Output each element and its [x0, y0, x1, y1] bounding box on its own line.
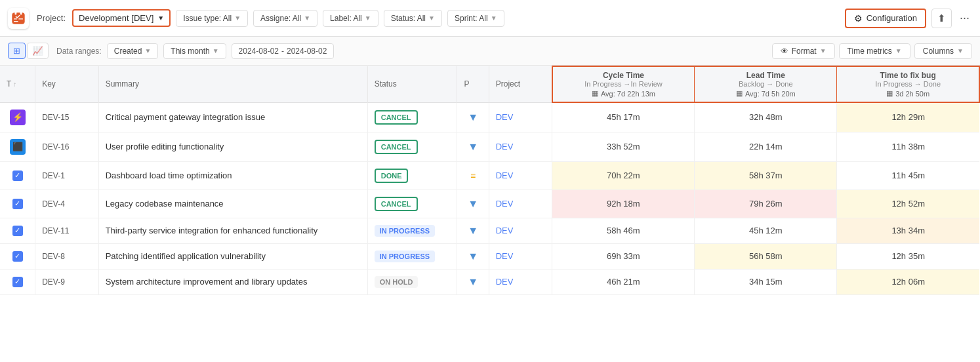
lead-time-cell: 32h 48m	[695, 102, 837, 132]
project-selector[interactable]: Development [DEV] ▼	[72, 9, 171, 27]
fix-time-cell: 13h 34m	[837, 218, 979, 243]
view-toggle: ⊞ 📈	[8, 43, 49, 59]
filter-assignee[interactable]: Assigne: All ▼	[253, 10, 317, 27]
fix-time-cell: 11h 38m	[837, 132, 979, 161]
time-metrics-button[interactable]: Time metrics ▼	[839, 43, 910, 59]
created-dropdown[interactable]: Created ▼	[107, 43, 159, 59]
project-link[interactable]: DEV	[496, 171, 514, 180]
status-badge[interactable]: DONE	[375, 169, 409, 183]
project-link[interactable]: DEV	[496, 142, 514, 151]
format-button[interactable]: 👁 Format ▼	[772, 43, 835, 59]
chevron-down-icon: ▼	[144, 47, 151, 54]
fix-time-cell: 12h 35m	[837, 243, 979, 269]
priority-cell: ▼	[457, 243, 489, 269]
chevron-down-icon: ▼	[895, 47, 902, 54]
key-cell: DEV-1	[35, 161, 98, 190]
project-label: Project:	[37, 13, 66, 23]
table-row: ✓ DEV-8 Patching identified application …	[0, 243, 979, 269]
status-badge[interactable]: CANCEL	[375, 140, 418, 154]
this-month-label: This month	[171, 47, 209, 56]
key-cell: DEV-9	[35, 269, 98, 294]
table-row: ✓ DEV-11 Third-party service integration…	[0, 218, 979, 243]
chart-view-button[interactable]: 📈	[27, 43, 49, 59]
priority-icon: ▼	[468, 276, 478, 287]
status-badge[interactable]: CANCEL	[375, 197, 418, 211]
project-link[interactable]: DEV	[496, 226, 514, 235]
date-range-picker[interactable]: 2024-08-02 - 2024-08-02	[232, 43, 335, 59]
cycle-time-cell: 46h 21m	[552, 269, 695, 294]
status-cell: ON HOLD	[367, 269, 457, 294]
project-link[interactable]: DEV	[496, 199, 514, 209]
time-metrics-label: Time metrics	[847, 47, 892, 56]
table-row: ✓ DEV-4 Legacy codebase maintenance CANC…	[0, 190, 979, 218]
bar-chart-icon: ▦	[886, 89, 893, 98]
svg-rect-1	[15, 11, 17, 14]
col-key: Key	[35, 66, 98, 102]
project-link[interactable]: DEV	[496, 251, 514, 261]
bar-chart-icon: ▦	[736, 89, 743, 98]
key-cell: DEV-8	[35, 243, 98, 269]
priority-cell: ▼	[457, 269, 489, 294]
export-button[interactable]: ⬆	[931, 9, 952, 28]
priority-icon: ≡	[470, 171, 476, 181]
filter-issue-type[interactable]: Issue type: All ▼	[176, 10, 248, 27]
project-cell: DEV	[489, 190, 552, 218]
type-cell: ✓	[0, 243, 35, 269]
project-cell: DEV	[489, 102, 552, 132]
priority-cell: ▼	[457, 190, 489, 218]
chevron-down-icon: ▼	[820, 47, 827, 54]
type-icon: ✓	[12, 277, 23, 287]
status-badge[interactable]: ON HOLD	[375, 276, 419, 288]
type-cell: ✓	[0, 269, 35, 294]
filter-status[interactable]: Status: All ▼	[384, 10, 442, 27]
more-options-button[interactable]: ···	[957, 9, 972, 28]
priority-cell: ▼	[457, 132, 489, 161]
date-to: 2024-08-02	[287, 47, 327, 56]
data-ranges-label: Data ranges:	[56, 47, 102, 56]
status-badge[interactable]: IN PROGRESS	[375, 251, 435, 262]
configuration-button[interactable]: ⚙ Configuration	[845, 9, 926, 28]
table-row: ⚡ DEV-15 Critical payment gateway integr…	[0, 102, 979, 132]
project-link[interactable]: DEV	[496, 112, 514, 122]
lead-time-cell: 22h 14m	[695, 132, 837, 161]
project-value: Development [DEV]	[79, 13, 153, 23]
col-lead-time: Lead Time Backlog → Done ▦ Avg: 7d 5h 20…	[695, 66, 837, 102]
type-cell: ⬛	[0, 132, 35, 161]
type-cell: ✓	[0, 218, 35, 243]
status-badge[interactable]: CANCEL	[375, 110, 418, 125]
col-type: T ↑	[0, 66, 35, 102]
sort-icon: ↑	[13, 81, 16, 88]
cycle-time-cell: 58h 46m	[552, 218, 695, 243]
summary-cell: User profile editing functionality	[98, 132, 367, 161]
col-project: Project	[489, 66, 552, 102]
table-row: ✓ DEV-1 Dashboard load time optimization…	[0, 161, 979, 190]
date-separator: -	[281, 47, 284, 56]
project-cell: DEV	[489, 161, 552, 190]
type-cell: ✓	[0, 190, 35, 218]
chevron-down-icon: ▼	[234, 14, 241, 22]
app-logo	[8, 8, 29, 29]
summary-cell: System architecture improvement and libr…	[98, 269, 367, 294]
type-icon: ✓	[12, 171, 23, 181]
priority-icon: ▼	[468, 251, 478, 262]
lead-time-cell: 45h 12m	[695, 218, 837, 243]
status-cell: CANCEL	[367, 190, 457, 218]
priority-icon: ▼	[468, 225, 478, 236]
fix-time-cell: 11h 45m	[837, 161, 979, 190]
this-month-dropdown[interactable]: This month ▼	[163, 43, 226, 59]
grid-view-button[interactable]: ⊞	[8, 43, 26, 59]
filter-label[interactable]: Label: All ▼	[323, 10, 378, 27]
project-link[interactable]: DEV	[496, 277, 514, 287]
upload-icon: ⬆	[937, 12, 946, 24]
chevron-down-icon: ▼	[957, 47, 964, 54]
issues-table: T ↑ Key Summary Status P Project Cycle T…	[0, 66, 980, 295]
project-cell: DEV	[489, 269, 552, 294]
key-cell: DEV-16	[35, 132, 98, 161]
priority-icon: ▼	[468, 198, 478, 209]
status-badge[interactable]: IN PROGRESS	[375, 225, 435, 237]
key-cell: DEV-11	[35, 218, 98, 243]
created-label: Created	[114, 47, 142, 56]
date-from: 2024-08-02	[239, 47, 279, 56]
filter-sprint[interactable]: Sprint: All ▼	[447, 10, 504, 27]
columns-button[interactable]: Columns ▼	[914, 43, 972, 59]
